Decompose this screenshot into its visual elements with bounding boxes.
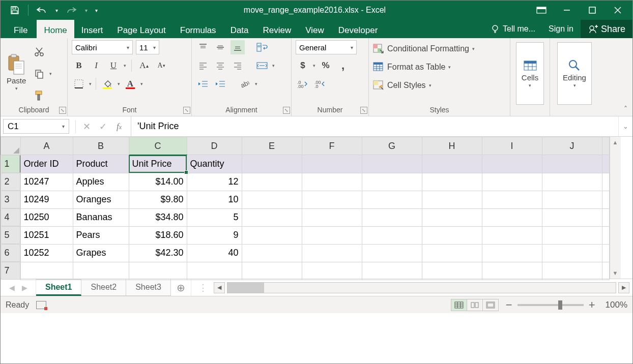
grow-font-button[interactable]: A▴ xyxy=(137,58,151,73)
align-center-button[interactable] xyxy=(213,58,227,73)
row-header-7[interactable]: 7 xyxy=(1,262,20,280)
align-left-button[interactable] xyxy=(196,58,210,73)
tab-page-layout[interactable]: Page Layout xyxy=(110,20,172,38)
vertical-scrollbar[interactable]: ▲ ▼ xyxy=(610,137,621,279)
row-header-6[interactable]: 6 xyxy=(1,244,20,262)
cell-D4[interactable]: 5 xyxy=(187,208,242,226)
macro-record-icon[interactable] xyxy=(36,301,46,309)
cell-B3[interactable]: Oranges xyxy=(73,191,129,208)
align-right-button[interactable] xyxy=(231,58,245,73)
font-launcher[interactable]: ⤡ xyxy=(183,107,190,114)
undo-button[interactable] xyxy=(34,3,50,17)
cell-styles-button[interactable]: Cell Styles ▾ xyxy=(373,78,475,93)
view-page-break-button[interactable] xyxy=(482,299,499,311)
borders-button[interactable] xyxy=(72,77,86,91)
alignment-launcher[interactable]: ⤡ xyxy=(283,107,290,114)
row-header-5[interactable]: 5 xyxy=(1,226,20,244)
collapse-ribbon-button[interactable]: ˄ xyxy=(624,105,627,113)
cell-B5[interactable]: Pears xyxy=(73,226,129,244)
paste-button[interactable]: Paste ▾ xyxy=(5,40,28,105)
scroll-down-button[interactable]: ▼ xyxy=(610,267,621,279)
cell-C2[interactable]: $14.00 xyxy=(129,173,187,191)
tab-home[interactable]: Home xyxy=(37,20,74,38)
ribbon-options-icon[interactable] xyxy=(530,3,553,17)
view-page-layout-button[interactable] xyxy=(467,299,483,311)
currency-button[interactable]: $ xyxy=(296,58,310,73)
new-sheet-button[interactable]: ⊕ xyxy=(171,279,191,296)
expand-formula-bar[interactable]: ⌄ xyxy=(618,116,632,136)
scroll-up-button[interactable]: ▲ xyxy=(610,137,621,148)
cell-C4[interactable]: $34.80 xyxy=(129,208,187,226)
cancel-formula-button[interactable]: ✕ xyxy=(79,121,94,132)
cell-E1[interactable] xyxy=(242,155,302,173)
tab-split-handle[interactable]: ⋮ xyxy=(194,282,212,293)
percent-button[interactable]: % xyxy=(319,58,333,73)
col-header-I[interactable]: I xyxy=(482,137,542,155)
zoom-out-button[interactable]: − xyxy=(506,298,512,312)
zoom-slider[interactable] xyxy=(517,304,584,306)
tab-data[interactable]: Data xyxy=(223,20,256,38)
select-all-button[interactable] xyxy=(1,137,21,155)
tab-view[interactable]: View xyxy=(298,20,331,38)
tab-developer[interactable]: Developer xyxy=(331,20,385,38)
row-header-4[interactable]: 4 xyxy=(1,208,20,226)
align-middle-button[interactable] xyxy=(213,40,227,54)
sheet-nav-arrows[interactable]: ◀▶ xyxy=(1,279,36,296)
cell-B1[interactable]: Product xyxy=(73,155,129,173)
view-normal-button[interactable] xyxy=(451,299,467,311)
col-header-H[interactable]: H xyxy=(422,137,482,155)
enter-formula-button[interactable]: ✓ xyxy=(95,121,110,132)
cell-A5[interactable]: 10251 xyxy=(20,226,73,244)
decrease-indent-button[interactable] xyxy=(196,77,210,91)
comma-button[interactable]: , xyxy=(336,58,350,73)
cell-A4[interactable]: 10250 xyxy=(20,208,73,226)
col-header-F[interactable]: F xyxy=(302,137,362,155)
cell-A6[interactable]: 10252 xyxy=(20,244,73,262)
col-header-partial[interactable] xyxy=(602,137,609,155)
cell-F1[interactable] xyxy=(302,155,362,173)
name-box[interactable]: C1 ▾ xyxy=(3,119,69,134)
increase-decimal-button[interactable]: .0.00 xyxy=(296,77,310,91)
cut-button[interactable] xyxy=(32,45,46,59)
qat-customize[interactable]: ▾ xyxy=(93,3,100,17)
cell-C5[interactable]: $18.60 xyxy=(129,226,187,244)
col-header-G[interactable]: G xyxy=(362,137,422,155)
cell-A3[interactable]: 10249 xyxy=(20,191,73,208)
decrease-decimal-button[interactable]: .00.0 xyxy=(313,77,327,91)
fill-color-button[interactable] xyxy=(100,77,114,91)
sheet-tab-1[interactable]: Sheet1 xyxy=(36,279,81,296)
cell-D1[interactable]: Quantity xyxy=(187,155,242,173)
share-button[interactable]: Share xyxy=(581,20,632,38)
minimize-button[interactable] xyxy=(555,3,579,17)
tab-review[interactable]: Review xyxy=(256,20,299,38)
cell-D6[interactable]: 40 xyxy=(187,244,242,262)
editing-button[interactable]: Editing ▾ xyxy=(557,42,592,105)
row-header-3[interactable]: 3 xyxy=(1,191,20,208)
orientation-button[interactable]: ab xyxy=(238,77,252,91)
horizontal-scrollbar[interactable] xyxy=(227,282,616,293)
sheet-tab-2[interactable]: Sheet2 xyxy=(81,279,126,296)
hscroll-right-button[interactable]: ▶ xyxy=(618,282,629,293)
cell-A2[interactable]: 10247 xyxy=(20,173,73,191)
zoom-level[interactable]: 100% xyxy=(606,300,627,310)
cell-G1[interactable] xyxy=(362,155,422,173)
undo-dropdown[interactable]: ▾ xyxy=(53,3,60,17)
cells-button[interactable]: Cells ▾ xyxy=(516,42,544,105)
col-header-D[interactable]: D xyxy=(187,137,242,155)
sign-in-link[interactable]: Sign in xyxy=(541,20,581,38)
format-as-table-button[interactable]: Format as Table ▾ xyxy=(373,59,475,75)
underline-button[interactable]: U xyxy=(106,58,121,73)
tab-formulas[interactable]: Formulas xyxy=(173,20,223,38)
shrink-font-button[interactable]: A▾ xyxy=(154,58,168,73)
font-size-combo[interactable]: 11 ▾ xyxy=(136,40,159,54)
bold-button[interactable]: B xyxy=(72,58,86,73)
tab-file[interactable]: File xyxy=(7,20,35,38)
col-header-A[interactable]: A xyxy=(20,137,73,155)
font-name-combo[interactable]: Calibri ▾ xyxy=(72,40,133,54)
hscroll-left-button[interactable]: ◀ xyxy=(214,282,225,293)
worksheet-grid[interactable]: A B C D E F G H I J 1 Order ID Product U… xyxy=(1,137,610,280)
cell-D3[interactable]: 10 xyxy=(187,191,242,208)
col-header-J[interactable]: J xyxy=(542,137,602,155)
format-painter-button[interactable] xyxy=(32,88,46,103)
italic-button[interactable]: I xyxy=(89,58,103,73)
